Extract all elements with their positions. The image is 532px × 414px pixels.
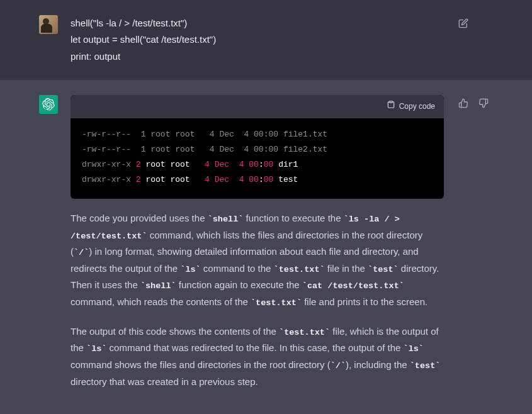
- text: function to execute the: [243, 213, 343, 223]
- user-avatar: [39, 15, 58, 34]
- text: directory that was created in a previous…: [71, 376, 258, 387]
- svg-rect-0: [389, 101, 392, 103]
- inline-code: test: [368, 265, 399, 274]
- text: command shows the files and directories …: [71, 359, 331, 370]
- inline-code: shell: [208, 215, 244, 224]
- copy-code-button[interactable]: Copy code: [387, 100, 435, 113]
- assistant-content: Copy code -rw-r--r-- 1 root root 4 Dec 4…: [71, 95, 444, 403]
- user-text: shell("ls -la / > /test/test.txt") let o…: [71, 15, 444, 65]
- inline-code: ls: [180, 265, 200, 274]
- paragraph-2: The output of this code shows the conten…: [71, 323, 444, 390]
- text: command to the: [201, 263, 274, 274]
- inline-code: test.txt: [274, 265, 325, 274]
- user-content: shell("ls -la / > /test/test.txt") let o…: [71, 15, 444, 65]
- inline-code: /: [74, 248, 89, 257]
- clipboard-icon: [387, 100, 395, 113]
- code-line: drwxr-xr-x 2 root root 4 Dec 4 00:00 tes…: [82, 172, 433, 187]
- inline-code: ls: [86, 344, 106, 354]
- inline-code: test: [410, 361, 441, 371]
- code-line: drwxr-xr-x 2 root root 4 Dec 4 00:00 dir…: [82, 157, 433, 172]
- assistant-prose: The code you provided uses the shell fun…: [71, 210, 444, 390]
- inline-code: test.txt: [251, 298, 302, 308]
- gutter-left: [0, 95, 58, 403]
- code-header: Copy code: [71, 95, 444, 118]
- inline-code: shell: [140, 281, 176, 291]
- text: file and prints it to the screen.: [302, 296, 427, 307]
- gutter-left: [0, 15, 58, 65]
- code-line: -rw-r--r-- 1 root root 4 Dec 4 00:00 fil…: [82, 142, 433, 157]
- inline-code: /: [331, 361, 346, 371]
- assistant-message: Copy code -rw-r--r-- 1 root root 4 Dec 4…: [0, 80, 532, 414]
- code-body: -rw-r--r-- 1 root root 4 Dec 4 00:00 fil…: [71, 118, 444, 199]
- code-line: -rw-r--r-- 1 root root 4 Dec 4 00:00 fil…: [82, 127, 433, 142]
- text: function again to execute the: [176, 279, 302, 290]
- code-block: Copy code -rw-r--r-- 1 root root 4 Dec 4…: [71, 95, 444, 199]
- thumbs-down-icon[interactable]: [477, 96, 490, 110]
- feedback-buttons: [456, 96, 490, 110]
- text: ), including the: [346, 359, 410, 370]
- assistant-avatar: [39, 95, 58, 114]
- text: command, which reads the contents of the: [71, 296, 251, 307]
- inline-code: test.txt: [279, 328, 330, 337]
- paragraph-1: The code you provided uses the shell fun…: [71, 210, 444, 311]
- assistant-actions: [456, 95, 532, 403]
- inline-code: cat /test/test.txt: [302, 281, 404, 291]
- copy-code-label: Copy code: [399, 100, 435, 113]
- edit-icon[interactable]: [456, 16, 470, 30]
- user-message: shell("ls -la / > /test/test.txt") let o…: [0, 0, 532, 80]
- text: file in the: [325, 263, 368, 274]
- thumbs-up-icon[interactable]: [456, 96, 470, 110]
- inline-code: ls: [404, 344, 424, 354]
- text: The code you provided uses the: [71, 213, 208, 223]
- text: The output of this code shows the conten…: [71, 326, 279, 337]
- text: command that was redirected to the file.…: [106, 342, 403, 353]
- user-actions: [456, 15, 532, 65]
